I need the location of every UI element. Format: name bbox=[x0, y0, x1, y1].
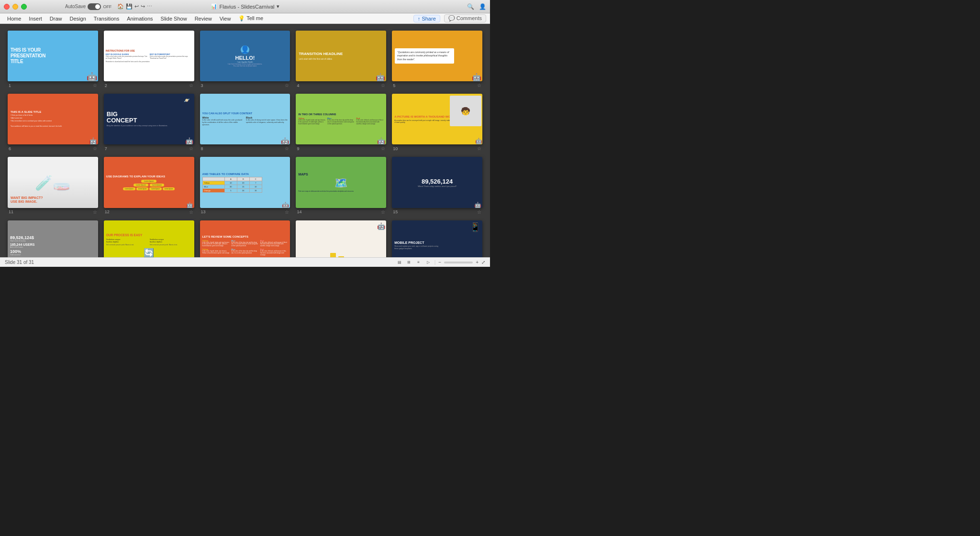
row-orange-b: 24 bbox=[237, 188, 249, 192]
slide-12-diagram: Lorem Ipsum Lorem Ipsum Lorem Ipsum Lore… bbox=[106, 180, 192, 190]
slide-13-title: AND TABLES TO COMPARE DATA bbox=[202, 173, 288, 175]
slide-7-planet: 🪐 bbox=[184, 98, 189, 103]
slide-6-star[interactable]: ☆ bbox=[93, 146, 97, 151]
slide-17-circle: 🔄 bbox=[106, 248, 192, 257]
menu-tellme[interactable]: 💡 Tell me bbox=[235, 14, 267, 22]
close-button[interactable] bbox=[4, 4, 10, 10]
slide-2-numrow: 2 ☆ bbox=[104, 83, 194, 88]
search-icon[interactable]: 🔍 bbox=[467, 3, 474, 10]
slide-4-star[interactable]: ☆ bbox=[381, 83, 385, 88]
slide-8-robot: 🤖 bbox=[281, 138, 289, 144]
menu-animations[interactable]: Animations bbox=[123, 15, 156, 22]
slide-11-num: 11 bbox=[9, 209, 13, 214]
slide-12-star[interactable]: ☆ bbox=[189, 209, 193, 215]
outline-view-button[interactable]: ≡ bbox=[415, 259, 422, 266]
slide-thumb-5[interactable]: "Quotations are commonly printed as a me… bbox=[392, 31, 482, 81]
slide-14-star[interactable]: ☆ bbox=[381, 209, 385, 215]
slide-8-col1: White Is the color of milk and fresh sno… bbox=[202, 116, 244, 126]
slide-2-title: INSTRUCTIONS FOR USE bbox=[106, 49, 192, 52]
slide-10-numrow: 10 ☆ bbox=[392, 146, 482, 151]
slide-thumb-7[interactable]: BIGCONCEPT Bring the attention of your a… bbox=[104, 94, 194, 144]
zoom-out-button[interactable]: − bbox=[438, 260, 441, 265]
reading-view-button[interactable]: ▷ bbox=[425, 259, 432, 266]
slide-wrapper-18: LET'S REVIEW SOME CONCEPTS Yellow Is the… bbox=[200, 220, 290, 257]
slide-7-star[interactable]: ☆ bbox=[189, 146, 193, 151]
slide-6-title: THIS IS A SLIDE TITLE bbox=[11, 110, 95, 113]
menu-home[interactable]: Home bbox=[4, 15, 24, 22]
slide-thumb-20[interactable]: MOBILE PROJECT Show and explain your web… bbox=[392, 220, 482, 257]
menu-bar: Home Insert Draw Design Transitions Anim… bbox=[0, 13, 490, 24]
save-icon[interactable]: 💾 bbox=[126, 3, 133, 10]
slide-5-star[interactable]: ☆ bbox=[477, 83, 481, 88]
slide-thumb-18[interactable]: LET'S REVIEW SOME CONCEPTS Yellow Is the… bbox=[200, 220, 290, 257]
slide-18-col1-text: Is the color of gold, butter and ripe le… bbox=[202, 242, 230, 248]
slide-thumb-2[interactable]: INSTRUCTIONS FOR USE EDIT IN GOOGLE SLID… bbox=[104, 31, 194, 81]
dropdown-icon: ▾ bbox=[277, 3, 279, 10]
slide-thumb-4[interactable]: TRANSITION HEADLINE Let's start with the… bbox=[296, 31, 386, 81]
comments-button[interactable]: 💬 Comments bbox=[444, 14, 486, 22]
undo-icon[interactable]: ↩ bbox=[134, 3, 139, 10]
menu-slideshow[interactable]: Slide Show bbox=[157, 15, 190, 22]
slide-thumb-19[interactable]: You can insert graphs from Excel or Goog… bbox=[296, 220, 386, 257]
slide-6-list: • Here you have a list of items• And som… bbox=[11, 114, 95, 128]
slide-10-star[interactable]: ☆ bbox=[477, 146, 481, 151]
slide-thumb-14[interactable]: MAPS 🗺️ Find more maps at slidescarnival… bbox=[296, 157, 386, 208]
slide-thumb-12[interactable]: USE DIAGRAMS TO EXPLAIN YOUR IDEAS Lorem… bbox=[104, 157, 194, 208]
menu-insert[interactable]: Insert bbox=[25, 15, 45, 22]
slide-9-star[interactable]: ☆ bbox=[381, 146, 385, 151]
row-yellow-label: Yellow bbox=[202, 181, 224, 185]
slide-4-numrow: 4 ☆ bbox=[296, 83, 386, 88]
slide-16-stat3: 100% bbox=[10, 249, 96, 254]
menu-transitions[interactable]: Transitions bbox=[90, 15, 122, 22]
slide-7-robot: 🤖 bbox=[185, 138, 193, 144]
slide-6-num: 6 bbox=[9, 146, 11, 151]
slide-3-star[interactable]: ☆ bbox=[285, 83, 289, 88]
slide-15-star[interactable]: ☆ bbox=[477, 209, 481, 215]
normal-view-button[interactable]: ▤ bbox=[396, 259, 403, 266]
minimize-button[interactable] bbox=[12, 4, 18, 10]
slide-thumb-10[interactable]: A PICTURE IS WORTH A THOUSAND WORDS A co… bbox=[392, 94, 482, 144]
zoom-slider[interactable] bbox=[444, 262, 473, 263]
redo-icon[interactable]: ↪ bbox=[141, 3, 145, 10]
zoom-separator: | bbox=[434, 260, 436, 265]
slide-15-subtitle: Whoa! That's a big number, aren't you pr… bbox=[418, 185, 457, 187]
slide-thumb-9[interactable]: IN TWO OR THREE COLUMNS Yellow Is the co… bbox=[296, 94, 386, 144]
fit-slide-button[interactable]: ⤢ bbox=[481, 260, 485, 265]
slide-8-star[interactable]: ☆ bbox=[285, 146, 289, 151]
slide-sorter-button[interactable]: ⊞ bbox=[406, 259, 412, 266]
more-icon[interactable]: ⋯ bbox=[147, 3, 152, 10]
slide-2-star[interactable]: ☆ bbox=[189, 83, 193, 88]
slide-12-title: USE DIAGRAMS TO EXPLAIN YOUR IDEAS bbox=[106, 175, 192, 178]
slide-thumb-15[interactable]: 89,526,124 Whoa! That's a big number, ar… bbox=[392, 157, 482, 208]
slide-thumb-3[interactable]: 👤 HELLO! I am Jayden Smith I am here bec… bbox=[200, 31, 290, 81]
row-orange-a: 5 bbox=[224, 188, 237, 192]
slide-1-star[interactable]: ☆ bbox=[93, 83, 97, 88]
slide-thumb-13[interactable]: AND TABLES TO COMPARE DATA A B C Yellow … bbox=[200, 157, 290, 208]
menu-draw[interactable]: Draw bbox=[46, 15, 66, 22]
slide-9-col3: Red Is the color of blood, and because o… bbox=[356, 117, 384, 125]
slide-thumb-17[interactable]: OUR PROCESS IS EASY Vestibulum conguefau… bbox=[104, 220, 194, 257]
slide-16-label1: That's a lot of money bbox=[10, 240, 96, 242]
home-icon[interactable]: 🏠 bbox=[117, 3, 124, 10]
slide-11-star[interactable]: ☆ bbox=[93, 209, 97, 215]
slide-9-col1-text: Is the color of gold, butter and ripe le… bbox=[298, 120, 326, 125]
autosave-toggle[interactable] bbox=[88, 3, 101, 10]
slide-thumb-1[interactable]: THIS IS YOURPRESENTATIONTITLE 🤖 bbox=[8, 31, 98, 81]
slide-12-robot: 🤖 bbox=[186, 202, 193, 208]
slide-4-robot: 🤖 bbox=[376, 74, 385, 81]
slide-16-stat1: 89,526,124$ bbox=[10, 235, 96, 240]
slide-thumb-16[interactable]: 89,526,124$ That's a lot of money 185,24… bbox=[8, 220, 98, 257]
share-button[interactable]: ↑ Share bbox=[413, 15, 440, 22]
zoom-in-button[interactable]: + bbox=[476, 260, 479, 265]
slide-5-quote: "Quotations are commonly printed as a me… bbox=[395, 48, 454, 64]
slide-13-star[interactable]: ☆ bbox=[285, 209, 289, 215]
menu-review[interactable]: Review bbox=[191, 15, 215, 22]
slide-thumb-6[interactable]: THIS IS A SLIDE TITLE • Here you have a … bbox=[8, 94, 98, 144]
slide-thumb-8[interactable]: YOU CAN ALSO SPLIT YOUR CONTENT White Is… bbox=[200, 94, 290, 144]
menu-view[interactable]: View bbox=[216, 15, 234, 22]
slide-4-num: 4 bbox=[297, 83, 299, 88]
account-icon[interactable]: 👤 bbox=[479, 3, 486, 10]
maximize-button[interactable] bbox=[21, 4, 27, 10]
slide-thumb-11[interactable]: WANT BIG IMPACT?USE BIG IMAGE. 🧪🧫 bbox=[8, 157, 98, 208]
menu-design[interactable]: Design bbox=[67, 15, 89, 22]
